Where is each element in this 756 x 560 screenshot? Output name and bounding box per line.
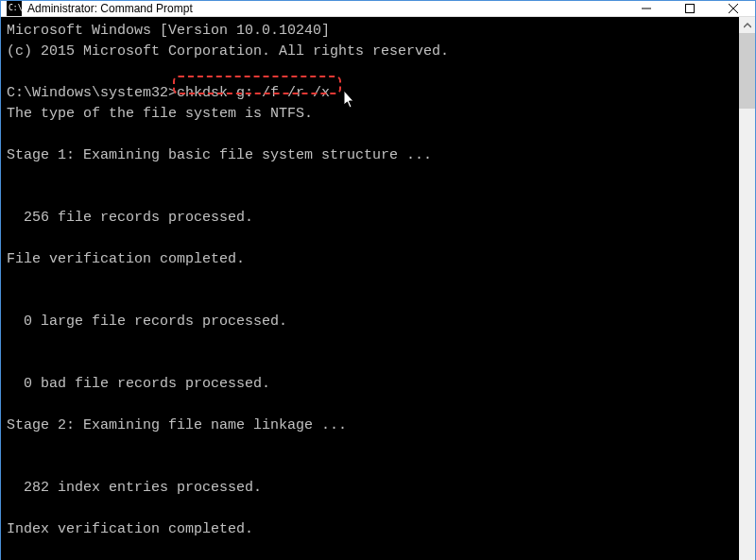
- close-button[interactable]: [712, 1, 755, 16]
- line-version: Microsoft Windows [Version 10.0.10240]: [7, 23, 330, 39]
- svg-rect-1: [686, 5, 695, 13]
- cursor-icon: [343, 91, 356, 110]
- titlebar[interactable]: C:\ Administrator: Command Prompt: [1, 1, 755, 17]
- scroll-up-button[interactable]: [739, 17, 755, 33]
- line-verif: Index verification completed.: [7, 521, 253, 537]
- vertical-scrollbar[interactable]: [739, 17, 755, 560]
- window-title: Administrator: Command Prompt: [27, 2, 625, 15]
- line-copyright: (c) 2015 Microsoft Corporation. All righ…: [7, 43, 449, 59]
- window-controls: [625, 1, 755, 16]
- line-records: 0 large file records processed.: [7, 314, 287, 330]
- line-stage2: Stage 2: Examining file name linkage ...: [7, 417, 347, 433]
- chevron-up-icon: [744, 22, 751, 29]
- maximize-icon: [685, 4, 695, 13]
- line-stage1: Stage 1: Examining basic file system str…: [7, 147, 432, 163]
- line-records: 0 bad file records processed.: [7, 376, 270, 392]
- maximize-button[interactable]: [668, 1, 712, 16]
- terminal-output[interactable]: Microsoft Windows [Version 10.0.10240] (…: [1, 17, 739, 560]
- cmd-icon: C:\: [7, 1, 22, 16]
- minimize-icon: [642, 4, 651, 13]
- line-records: 282 index entries processed.: [7, 480, 262, 496]
- prompt-prefix: C:\Windows\system32>: [7, 85, 177, 101]
- line-verif: File verification completed.: [7, 251, 245, 267]
- minimize-button[interactable]: [625, 1, 668, 16]
- command-prompt-window: C:\ Administrator: Command Prompt Micros…: [0, 0, 756, 560]
- line-records: 256 file records processed.: [7, 210, 253, 226]
- scroll-thumb[interactable]: [739, 33, 755, 109]
- line-fstype: The type of the file system is NTFS.: [7, 106, 313, 122]
- close-icon: [729, 4, 738, 13]
- terminal-area: Microsoft Windows [Version 10.0.10240] (…: [1, 17, 755, 560]
- command-text: chkdsk g: /f /r /x: [177, 85, 330, 101]
